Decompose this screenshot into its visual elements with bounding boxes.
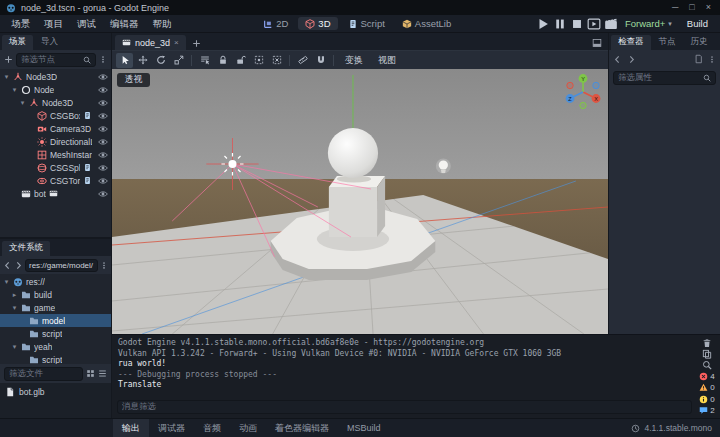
inspector-tabs-2[interactable]: 历史 [684,35,715,50]
console-filter-info[interactable]: 0 [699,394,714,405]
console-filter-warning[interactable]: 0 [699,383,714,394]
light-bulb-gizmo[interactable] [436,159,451,174]
fs-item-script[interactable]: script [0,327,111,340]
view-menu[interactable]: 视图 [371,54,403,67]
scale-tool[interactable] [170,53,187,68]
eye-icon[interactable] [98,98,108,108]
add-node-icon[interactable] [4,55,13,64]
menu-item-2[interactable]: 调试 [70,15,103,33]
group-tool[interactable] [250,53,267,68]
play-button[interactable] [536,18,550,30]
scene-tree-item-CSGBox3D[interactable]: CSGBox3D [0,109,111,122]
fs-item-script[interactable]: script [0,353,111,364]
trash-icon[interactable] [702,338,712,348]
menu-item-0[interactable]: 场景 [4,15,37,33]
list-select-tool[interactable] [196,53,213,68]
expander-icon[interactable]: ▾ [3,73,10,81]
expander-icon[interactable]: ▾ [11,304,18,312]
eye-icon[interactable] [98,150,108,160]
kebab-menu-icon[interactable] [708,55,716,64]
expander-icon[interactable]: ▾ [3,278,10,286]
csg-box[interactable] [329,176,385,237]
expander-icon[interactable]: ▸ [11,291,18,299]
menu-item-1[interactable]: 项目 [37,15,70,33]
close-button[interactable]: × [706,0,711,15]
eye-icon[interactable] [98,189,108,199]
script-icon[interactable] [83,111,92,120]
filesystem-path[interactable]: res://game/model/ [25,259,98,272]
fs-item-build[interactable]: ▸build [0,288,111,301]
mode-3d-button[interactable]: 3D [298,17,337,30]
unlock-tool[interactable] [232,53,249,68]
3d-viewport-canvas[interactable] [112,69,608,334]
move-tool[interactable] [134,53,151,68]
build-button[interactable]: Build [679,18,716,29]
perspective-button[interactable]: 透视 [117,73,150,87]
scene-tree-item-Node3D[interactable]: ▾Node3D [0,70,111,83]
mode-2d-button[interactable]: 2D [256,17,295,30]
rotate-tool[interactable] [152,53,169,68]
expander-icon[interactable]: ▾ [19,99,26,107]
object-doc-icon[interactable] [694,54,703,64]
console-filter-message[interactable]: 2 [699,406,714,417]
filesystem-tab[interactable]: 文件系统 [2,241,50,256]
file-filter-input[interactable]: 筛选文件 [4,367,83,381]
csg-sphere[interactable] [328,128,378,178]
mode-assetlib-button[interactable]: AssetLib [395,17,458,30]
script-icon[interactable] [83,176,92,185]
titlebar[interactable]: node_3d.tscn - gorua - Godot Engine ─ □ … [0,0,720,15]
history-forward-icon[interactable] [627,55,636,64]
kebab-menu-icon[interactable] [99,55,107,64]
play-scene-button[interactable] [587,18,601,30]
lock-tool[interactable] [214,53,231,68]
close-tab-icon[interactable]: × [174,38,179,47]
stop-button[interactable] [570,18,584,30]
fs-item-res[interactable]: ▾res:// [0,275,111,288]
scene-tree-item-bot[interactable]: bot [0,187,111,200]
clapper-icon[interactable] [49,189,58,198]
back-icon[interactable] [3,261,12,270]
file-bot.glb[interactable]: bot.glb [2,385,109,398]
select-tool[interactable] [116,53,133,68]
forward-icon[interactable] [14,261,23,270]
transform-menu[interactable]: 变换 [338,54,370,67]
new-scene-tab-button[interactable] [189,39,204,50]
scene-tree-item-DirectionalLight3D[interactable]: DirectionalLight3D [0,135,111,148]
maximize-button[interactable]: □ [689,0,694,15]
eye-icon[interactable] [98,163,108,173]
scene-tree-item-CSGTorus3D[interactable]: CSGTorus3D [0,174,111,187]
inspector-tabs-1[interactable]: 节点 [652,35,683,50]
bottom-tabs-3[interactable]: 动画 [230,419,266,437]
scene-tab[interactable]: node_3d × [115,35,186,50]
scene-tree-item-Camera3D[interactable]: Camera3D [0,122,111,135]
kebab-menu-icon[interactable] [100,261,108,270]
scene-dock-tabs-1[interactable]: 导入 [34,35,65,50]
console-filter-error[interactable]: 4 [699,371,714,382]
fs-item-model[interactable]: model [0,314,111,327]
inspector-filter-input[interactable]: 筛选属性 [613,71,716,85]
eye-icon[interactable] [98,137,108,147]
menu-item-4[interactable]: 帮助 [146,15,179,33]
inspector-tabs-0[interactable]: 检查器 [611,35,651,50]
console-filter-input[interactable]: 消息筛选 [117,400,692,414]
ungroup-tool[interactable] [268,53,285,68]
fs-item-yeah[interactable]: ▾yeah [0,340,111,353]
pause-button[interactable] [553,18,567,30]
bottom-tabs-4[interactable]: 着色器编辑器 [266,419,338,437]
search-icon[interactable] [702,360,712,370]
scene-tree-item-Node[interactable]: ▾Node [0,83,111,96]
fs-item-game[interactable]: ▾game [0,301,111,314]
minimize-button[interactable]: ─ [672,0,678,15]
bottom-tabs-0[interactable]: 输出 [113,419,149,437]
scene-tree-item-MeshInstance3D[interactable]: MeshInstance3D [0,148,111,161]
expander-icon[interactable]: ▾ [11,86,18,94]
eye-icon[interactable] [98,176,108,186]
history-back-icon[interactable] [613,55,622,64]
menu-item-3[interactable]: 编辑器 [103,15,146,33]
scene-tree-item-CSGSphere3D[interactable]: CSGSphere3D [0,161,111,174]
list-view-icon[interactable] [98,369,107,378]
grid-view-icon[interactable] [86,369,95,378]
bottom-tabs-2[interactable]: 音频 [194,419,230,437]
expander-icon[interactable]: ▾ [11,343,18,351]
3d-viewport[interactable]: 透视 [112,69,608,334]
